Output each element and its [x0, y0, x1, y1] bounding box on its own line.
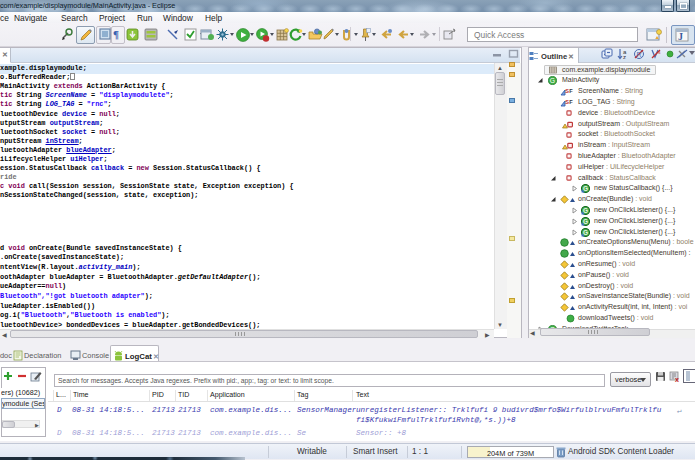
svg-text:x: x: [675, 376, 679, 382]
svg-text:R: R: [637, 51, 642, 58]
svg-text:z: z: [623, 54, 626, 60]
svg-text:J: J: [678, 31, 683, 42]
svg-text:F: F: [569, 98, 573, 104]
svg-text:s: s: [658, 49, 661, 55]
svg-text:G: G: [583, 218, 588, 225]
svg-text:G: G: [583, 229, 588, 236]
svg-text:G: G: [583, 185, 588, 192]
svg-text:G: G: [550, 77, 555, 84]
svg-text:G: G: [583, 207, 588, 214]
svg-text:F: F: [569, 88, 573, 94]
svg-text:¶: ¶: [113, 28, 119, 40]
